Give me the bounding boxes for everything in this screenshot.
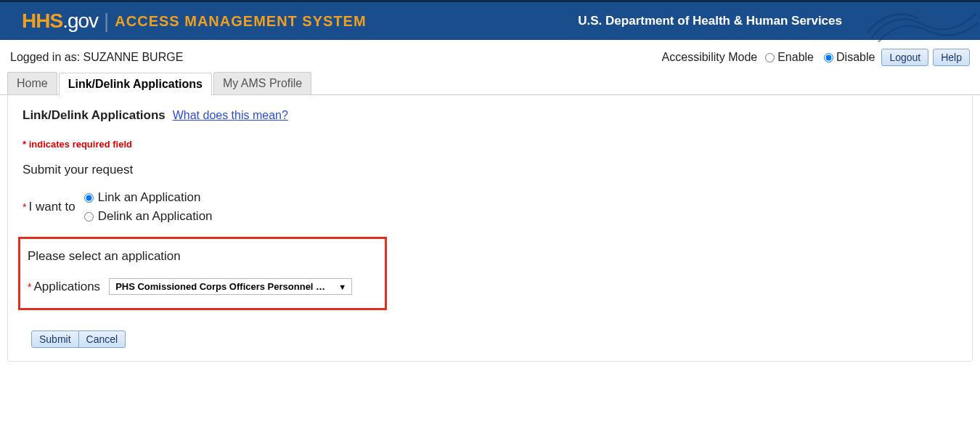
- content-panel: Link/Delink Applications What does this …: [7, 95, 973, 362]
- option-link-application[interactable]: Link an Application: [84, 190, 213, 205]
- select-application-prompt: Please select an application: [28, 249, 377, 264]
- required-star-icon: *: [23, 201, 26, 213]
- link-application-label: Link an Application: [98, 190, 201, 205]
- help-button[interactable]: Help: [933, 49, 970, 66]
- required-note: * indicates required field: [23, 139, 957, 150]
- i-want-to-options: Link an Application Delink an Applicatio…: [84, 190, 213, 224]
- applications-label: Applications: [33, 280, 100, 294]
- topbar-right: Accessibility Mode Enable Disable Logout…: [662, 49, 970, 66]
- logged-in-text: Logged in as: SUZANNE BURGE: [10, 51, 183, 64]
- i-want-to-row: * I want to Link an Application Delink a…: [23, 190, 957, 224]
- accessibility-enable[interactable]: Enable: [765, 51, 814, 64]
- logo: HHS.gov: [22, 9, 98, 33]
- tab-home[interactable]: Home: [7, 72, 57, 94]
- department-title: U.S. Department of Health & Human Servic…: [578, 14, 842, 28]
- enable-label: Enable: [777, 51, 814, 64]
- cancel-button[interactable]: Cancel: [79, 330, 126, 348]
- applications-select-wrap[interactable]: PHS Comissioned Corps Officers Personnel…: [109, 278, 352, 295]
- topbar: Logged in as: SUZANNE BURGE Accessibilit…: [0, 40, 980, 72]
- what-does-this-mean-link[interactable]: What does this mean?: [173, 109, 288, 121]
- submit-button[interactable]: Submit: [31, 330, 79, 348]
- header-bar: HHS.gov | ACCESS MANAGEMENT SYSTEM U.S. …: [0, 0, 980, 40]
- logout-button[interactable]: Logout: [881, 49, 928, 66]
- applications-select[interactable]: PHS Comissioned Corps Officers Personnel…: [109, 278, 352, 295]
- action-buttons: Submit Cancel: [31, 330, 957, 348]
- highlight-box: Please select an application * Applicati…: [18, 237, 387, 310]
- delink-application-radio[interactable]: [84, 212, 94, 222]
- i-want-to-label: I want to: [28, 200, 75, 214]
- logged-in-prefix: Logged in as:: [10, 51, 83, 63]
- applications-row: * Applications PHS Comissioned Corps Off…: [28, 278, 377, 295]
- tab-my-ams-profile[interactable]: My AMS Profile: [213, 72, 311, 94]
- logo-separator: |: [104, 9, 109, 33]
- submit-prompt: Submit your request: [23, 163, 957, 177]
- tab-link-delink[interactable]: Link/Delink Applications: [59, 73, 212, 95]
- accessibility-label: Accessibility Mode: [662, 51, 758, 64]
- section-header: Link/Delink Applications What does this …: [23, 108, 957, 123]
- accessibility-enable-radio[interactable]: [765, 53, 775, 62]
- required-star-icon: *: [28, 281, 31, 293]
- option-delink-application[interactable]: Delink an Application: [84, 209, 213, 224]
- user-name: SUZANNE BURGE: [83, 51, 184, 63]
- accessibility-disable[interactable]: Disable: [824, 51, 875, 64]
- delink-application-label: Delink an Application: [98, 209, 213, 224]
- system-title: ACCESS MANAGEMENT SYSTEM: [115, 13, 366, 30]
- eagle-icon: [864, 2, 980, 42]
- accessibility-disable-radio[interactable]: [824, 53, 833, 62]
- section-title: Link/Delink Applications: [23, 108, 166, 122]
- logo-gov: .gov: [62, 9, 98, 32]
- logo-hhs: HHS: [22, 9, 62, 32]
- disable-label: Disable: [836, 51, 875, 64]
- tabs: Home Link/Delink Applications My AMS Pro…: [0, 72, 980, 95]
- link-application-radio[interactable]: [84, 193, 94, 203]
